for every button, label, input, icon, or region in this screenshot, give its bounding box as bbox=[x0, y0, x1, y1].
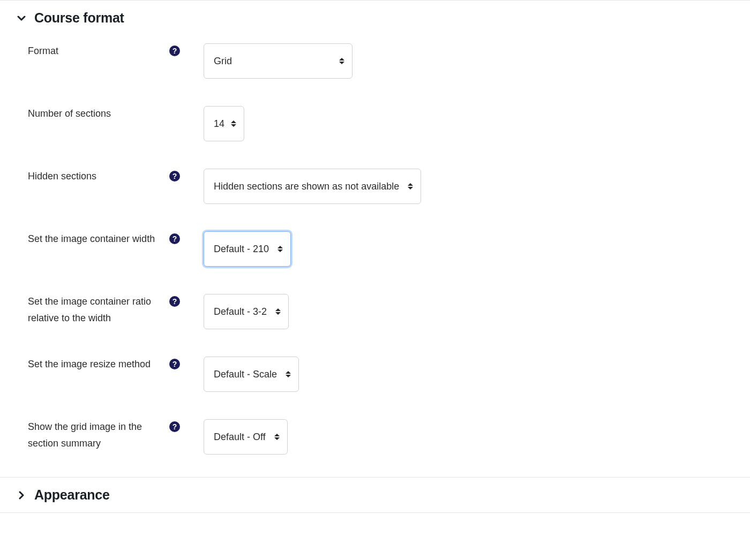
field-image-ratio: Set the image container ratio relative t… bbox=[11, 288, 739, 351]
image-ratio-value: Default - 3-2 bbox=[214, 306, 267, 317]
course-format-section-title: Course format bbox=[34, 10, 124, 26]
appearance-section-title: Appearance bbox=[34, 487, 110, 503]
help-icon[interactable]: ? bbox=[169, 171, 180, 181]
help-icon[interactable]: ? bbox=[169, 359, 180, 369]
field-image-width: Set the image container width ? Default … bbox=[11, 225, 739, 288]
course-format-section-body: Format ? Grid Number of sections 14 bbox=[11, 35, 739, 477]
help-icon[interactable]: ? bbox=[169, 421, 180, 432]
appearance-section-header[interactable]: Appearance bbox=[11, 478, 739, 512]
caret-icon bbox=[339, 58, 344, 64]
image-width-select[interactable]: Default - 210 bbox=[204, 231, 291, 267]
hidden-sections-select[interactable]: Hidden sections are shown as not availab… bbox=[204, 169, 421, 204]
caret-icon bbox=[231, 120, 236, 127]
help-icon[interactable]: ? bbox=[169, 296, 180, 307]
help-icon[interactable]: ? bbox=[169, 46, 180, 56]
format-select[interactable]: Grid bbox=[204, 43, 352, 79]
image-width-value: Default - 210 bbox=[214, 244, 269, 255]
show-grid-image-select[interactable]: Default - Off bbox=[204, 419, 288, 455]
field-image-resize: Set the image resize method ? Default - … bbox=[11, 351, 739, 413]
num-sections-value: 14 bbox=[214, 118, 224, 130]
field-show-grid-image: Show the grid image in the section summa… bbox=[11, 413, 739, 462]
show-grid-image-label: Show the grid image in the section summa… bbox=[28, 419, 162, 451]
field-hidden-sections: Hidden sections ? Hidden sections are sh… bbox=[11, 163, 739, 225]
image-resize-label: Set the image resize method bbox=[28, 356, 151, 373]
caret-icon bbox=[278, 246, 283, 252]
show-grid-image-value: Default - Off bbox=[214, 432, 266, 443]
chevron-right-icon bbox=[17, 491, 26, 500]
image-resize-select[interactable]: Default - Scale bbox=[204, 357, 299, 392]
caret-icon bbox=[275, 308, 281, 315]
help-icon[interactable]: ? bbox=[169, 233, 180, 244]
field-format: Format ? Grid bbox=[11, 37, 739, 100]
image-width-label: Set the image container width bbox=[28, 231, 155, 247]
caret-icon bbox=[286, 371, 291, 377]
image-ratio-label: Set the image container ratio relative t… bbox=[28, 293, 162, 326]
hidden-sections-label: Hidden sections bbox=[28, 168, 96, 185]
course-format-section-header[interactable]: Course format bbox=[11, 1, 739, 35]
caret-icon bbox=[274, 434, 280, 440]
num-sections-label: Number of sections bbox=[28, 105, 111, 122]
field-num-sections: Number of sections 14 bbox=[11, 100, 739, 163]
image-resize-value: Default - Scale bbox=[214, 369, 277, 380]
hidden-sections-value: Hidden sections are shown as not availab… bbox=[214, 181, 399, 192]
caret-icon bbox=[408, 183, 413, 190]
num-sections-select[interactable]: 14 bbox=[204, 106, 244, 141]
format-value: Grid bbox=[214, 56, 232, 67]
image-ratio-select[interactable]: Default - 3-2 bbox=[204, 294, 289, 329]
format-label: Format bbox=[28, 43, 58, 59]
chevron-down-icon bbox=[17, 14, 26, 22]
